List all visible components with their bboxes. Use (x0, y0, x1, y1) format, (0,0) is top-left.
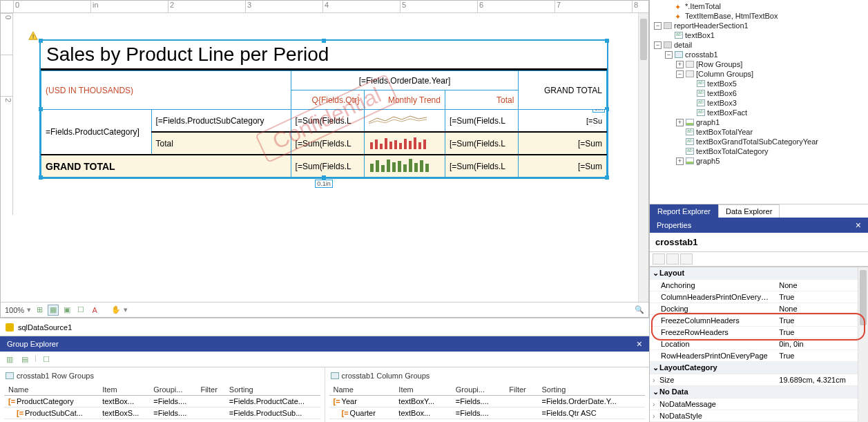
prop-row[interactable]: FreezeRowHeadersTrue (650, 327, 868, 338)
props-scrollbar[interactable] (858, 267, 868, 422)
tree-item-label: textBox5 (707, 79, 737, 88)
prop-category[interactable]: ⌄No Data (650, 386, 868, 399)
prop-category[interactable]: ⌄Layout (650, 267, 868, 280)
svg-rect-11 (414, 137, 416, 149)
svg-rect-24 (425, 164, 429, 172)
tree-item[interactable]: −crosstab1 (654, 50, 865, 59)
sum-cell[interactable]: [=Su0in (519, 110, 607, 133)
prop-row[interactable]: ›NoDataStyle (650, 410, 868, 422)
tree-item[interactable]: textBox5 (654, 79, 865, 88)
txt-icon (697, 90, 705, 97)
report-explorer-tree[interactable]: ✦*.ItemTotal✦TextItemBase, HtmlTextBox−r… (650, 0, 868, 204)
tree-item[interactable]: ✦*.ItemTotal (654, 1, 865, 11)
close-icon[interactable]: × (856, 220, 861, 231)
tree-item[interactable]: textBoxTotalCategory (654, 146, 865, 156)
tree-item-label: textBoxGrandTotalSubCategoryYear (696, 137, 818, 146)
close-icon[interactable]: × (637, 338, 642, 349)
sum-cell[interactable]: [=Sum(Fields.L (291, 132, 364, 155)
prop-category[interactable]: ⌄LayoutCategory (650, 362, 868, 374)
ge-tool-icon[interactable]: ☐ (41, 354, 52, 365)
prop-row[interactable]: AnchoringNone (650, 280, 868, 291)
prop-row[interactable]: FreezeColumnHeadersTrue (650, 315, 868, 327)
tree-item[interactable]: textBox1 (654, 30, 865, 40)
sum-cell[interactable]: [=Sum (519, 132, 607, 155)
tree-item-label: *.ItemTotal (685, 2, 721, 10)
prop-row[interactable]: RowHeadersPrintOnEveryPageTrue (650, 350, 868, 362)
year-header[interactable]: [=Fields.OrderDate.Year] (291, 71, 519, 90)
tree-item[interactable]: +graph5 (654, 156, 865, 166)
total-header[interactable]: Total (445, 90, 518, 110)
crosstab-selection[interactable]: Sales by Product Line per Period Confide… (41, 41, 607, 178)
find-icon[interactable]: 🔍 (635, 305, 644, 314)
report-title[interactable]: Sales by Product Line per Period (41, 41, 607, 70)
prod-subcat-cell[interactable]: [=Fields.ProductSubCategory (151, 110, 291, 133)
ge-tool-icon[interactable]: ▤ (19, 354, 30, 365)
tree-item[interactable]: +[Row Groups] (654, 59, 865, 69)
prop-row[interactable]: Location0in, 0in (650, 338, 868, 350)
hand-tool-icon[interactable]: ✋ (111, 305, 121, 314)
expand-icon[interactable]: − (665, 51, 673, 59)
properties-grid[interactable]: ⌄LayoutAnchoringNoneColumnHeadersPrintOn… (650, 267, 868, 422)
prop-tool-icon[interactable] (653, 253, 665, 265)
ge-tool-icon[interactable]: ▥ (4, 354, 15, 365)
align-icon[interactable]: ▣ (61, 305, 73, 316)
layout-icon[interactable]: ☐ (75, 305, 86, 316)
tab-report-explorer[interactable]: Report Explorer (650, 204, 718, 218)
prop-row[interactable]: ›NoDataMessage (650, 399, 868, 410)
tree-item[interactable]: textBoxFact (654, 108, 865, 117)
tree-item-label: textBox1 (685, 31, 715, 39)
spark-line[interactable] (364, 110, 445, 133)
svg-text:!: ! (32, 32, 35, 40)
expand-icon[interactable]: − (654, 22, 662, 30)
grand-total-col[interactable]: GRAND TOTAL (519, 71, 607, 110)
crosstab[interactable]: (USD IN THOUSANDS) [=Fields.OrderDate.Ye… (41, 70, 607, 178)
col-groups-grid[interactable]: NameItemGroupi...FilterSorting [=Yeartex… (329, 384, 646, 419)
expand-icon[interactable]: + (676, 157, 684, 165)
prop-tool-icon[interactable] (666, 253, 679, 265)
spark-bars-green[interactable] (364, 155, 445, 178)
expand-icon[interactable]: − (676, 70, 684, 78)
spark-bars[interactable] (364, 132, 445, 155)
q-header[interactable]: Q{Fields.Qtr} (291, 90, 364, 110)
tree-item[interactable]: ✦TextItemBase, HtmlTextBox (654, 11, 865, 21)
tree-item[interactable]: −reportHeaderSection1 (654, 21, 865, 30)
tree-item-label: TextItemBase, HtmlTextBox (685, 12, 778, 20)
prop-row[interactable]: ColumnHeadersPrintOnEveryPageTrue (650, 291, 868, 303)
crosstab-icon (331, 372, 339, 379)
tree-item[interactable]: −detail (654, 40, 865, 50)
tree-item[interactable]: +graph1 (654, 117, 865, 127)
expand-icon[interactable]: − (654, 41, 662, 49)
datasource-name: sqlDataSource1 (18, 323, 72, 332)
datasource-row[interactable]: sqlDataSource1 (0, 318, 649, 336)
sum-cell[interactable]: [=Sum(Fields.L (291, 110, 364, 133)
expand-icon[interactable]: + (676, 61, 684, 68)
note-cell[interactable]: (USD IN THOUSANDS) (41, 71, 291, 110)
zoom-value[interactable]: 100% (5, 306, 24, 314)
cross-icon (675, 51, 683, 58)
row-total[interactable]: Total (151, 132, 291, 155)
prop-tool-icon[interactable] (680, 253, 693, 265)
sum-cell[interactable]: [=Sum(Fields.L (291, 155, 364, 178)
tree-item[interactable]: textBoxTotalYear (654, 127, 865, 137)
prod-cat-cell[interactable]: =Fields.ProductCategory] (41, 110, 152, 155)
row-groups-grid[interactable]: NameItemGroupi...FilterSorting [=Product… (4, 384, 320, 419)
tree-item[interactable]: textBox6 (654, 88, 865, 98)
grid-icon[interactable]: ▦ (48, 305, 59, 316)
trend-header[interactable]: Monthly Trend (364, 90, 445, 110)
prop-row[interactable]: DockingNone (650, 303, 868, 315)
sum-cell[interactable]: [=Sum(Fields.L (445, 132, 518, 155)
tree-item[interactable]: textBox3 (654, 98, 865, 108)
sum-cell[interactable]: [=Sum(Fields.L (445, 110, 518, 133)
prop-row[interactable]: ›Size19.689cm, 4.321cm (650, 374, 868, 386)
tree-item[interactable]: textBoxGrandTotalSubCategoryYear (654, 137, 865, 146)
grand-total-row[interactable]: GRAND TOTAL (41, 155, 291, 178)
sum-cell[interactable]: [=Sum (519, 155, 607, 178)
tree-item-label: graph1 (696, 118, 720, 126)
svg-rect-20 (403, 164, 407, 172)
tab-data-explorer[interactable]: Data Explorer (718, 204, 780, 218)
tree-item[interactable]: −[Column Groups] (654, 69, 865, 79)
text-icon[interactable]: A (89, 305, 100, 316)
expand-icon[interactable]: + (676, 119, 684, 126)
snap-icon[interactable]: ⊞ (34, 305, 45, 316)
sum-cell[interactable]: [=Sum(Fields.L (445, 155, 518, 178)
